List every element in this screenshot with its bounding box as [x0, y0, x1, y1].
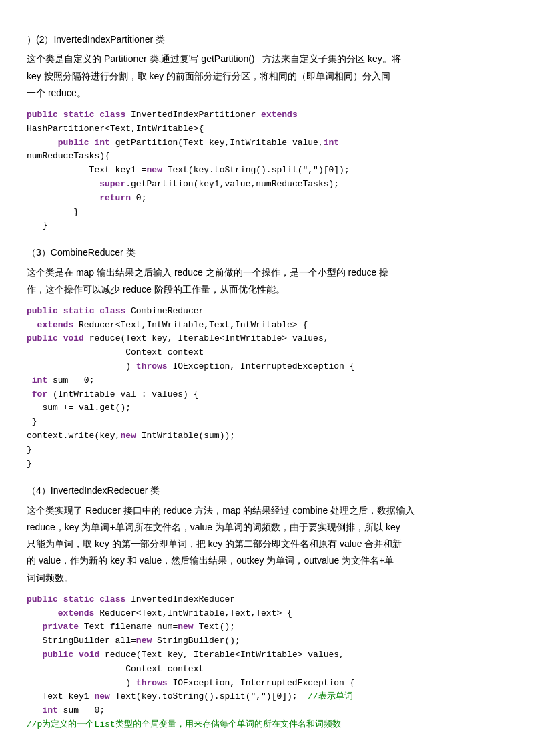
section-2-title: ）(2）InvertedIndexPartitioner 类 [27, 32, 507, 47]
section-4: （4）InvertedIndexRedecuer 类 这个类实现了 Reduce… [27, 483, 507, 731]
section-3-title: （3）CombineReducer 类 [27, 245, 507, 260]
section-2-code: public static class InvertedIndexPartiti… [27, 108, 507, 233]
section-2: ）(2）InvertedIndexPartitioner 类 这个类是自定义的 … [27, 32, 507, 233]
page-content: ）(2）InvertedIndexPartitioner 类 这个类是自定义的 … [27, 32, 507, 732]
section-4-code: public static class InvertedIndexReducer… [27, 593, 507, 732]
section-2-desc: 这个类是自定义的 Partitioner 类,通过复写 getPartition… [27, 51, 507, 102]
section-4-title: （4）InvertedIndexRedecuer 类 [27, 483, 507, 498]
section-3: （3）CombineReducer 类 这个类是在 map 输出结果之后输入 r… [27, 245, 507, 471]
section-3-code: public static class CombineReducer exten… [27, 305, 507, 471]
section-4-desc: 这个类实现了 Reducer 接口中的 reduce 方法，map 的结果经过 … [27, 502, 507, 586]
section-3-desc: 这个类是在 map 输出结果之后输入 reduce 之前做的一个操作，是一个小型… [27, 264, 507, 298]
